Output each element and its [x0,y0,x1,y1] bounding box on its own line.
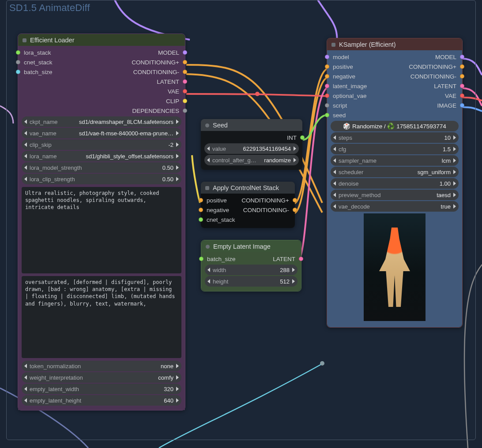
collapse-icon[interactable] [205,186,209,190]
port-out-cond-neg[interactable]: CONDITIONING- [133,69,181,75]
port-out-cond-neg[interactable]: CONDITIONING- [243,207,290,213]
preview-image [364,213,426,321]
port-out-deps[interactable]: DEPENDENCIES [132,108,181,114]
group-title[interactable]: SD1.5 AnimateDiff [7,0,475,17]
port-in-batch-size[interactable]: batch_size [23,69,53,75]
widget-preview-method[interactable]: preview_methodtaesd [331,190,459,200]
widget-sampler-name[interactable]: sampler_namelcm [331,155,459,166]
widget-vae-name[interactable]: vae_namesd1/vae-ft-mse-840000-ema-pruned… [22,128,181,138]
node-seed[interactable]: Seed INT value622913541169454 control_af… [201,119,302,170]
node-titlebar[interactable]: Efficient Loader [18,34,185,46]
port-in-negative[interactable]: negative [331,73,355,80]
node-titlebar[interactable]: Seed [201,119,302,131]
port-out-image[interactable]: IMAGE [437,102,458,109]
widget-height[interactable]: height512 [205,276,297,287]
port-out-int[interactable]: INT [287,134,298,141]
widget-lora-name[interactable]: lora_namesd1/ghibli_style_offset.safeten… [22,151,181,161]
widget-steps[interactable]: steps10 [331,132,459,143]
textbox-positive-prompt[interactable]: Ultra realistic, photography style, cook… [22,187,181,273]
node-title: Seed [213,122,228,129]
port-out-cond-pos[interactable]: CONDITIONING+ [409,63,458,70]
node-apply-controlnet-stack[interactable]: Apply ControlNet Stack positive CONDITIO… [201,182,295,228]
node-efficient-loader[interactable]: Efficient Loader lora_stack MODEL cnet_s… [18,34,185,411]
node-titlebar[interactable]: KSampler (Efficient) [327,38,462,50]
widget-empty-latent-width[interactable]: empty_latent_width320 [22,384,181,394]
widget-token-normalization[interactable]: token_normalizationnone [22,361,181,371]
port-in-negative[interactable]: negative [205,207,229,213]
port-out-latent[interactable]: LATENT [434,83,458,90]
node-title: Apply ControlNet Stack [213,184,279,191]
port-in-batch-size[interactable]: batch_size [206,256,236,262]
port-in-script[interactable]: script [331,102,347,109]
textbox-negative-prompt[interactable]: oversaturated, [deformed | disfigured], … [22,276,181,358]
widget-denoise[interactable]: denoise1.00 [331,178,459,189]
preview-figure [379,228,410,307]
widget-seed-randomize[interactable]: 🎲 Randomize / ♻️ 175851147593774 [331,121,459,131]
port-out-latent[interactable]: LATENT [157,78,181,85]
port-out-model[interactable]: MODEL [435,54,458,60]
widget-lora-clip-strength[interactable]: lora_clip_strength0.50 [22,174,181,184]
node-title: Empty Latent Image [213,243,271,250]
port-in-cnet-stack[interactable]: cnet_stack [23,59,53,66]
port-out-vae[interactable]: VAE [445,93,458,99]
node-ksampler-efficient[interactable]: KSampler (Efficient) modelMODEL positive… [327,38,463,328]
widget-lora-model-strength[interactable]: lora_model_strength0.50 [22,162,181,173]
widget-ckpt-name[interactable]: ckpt_namesd1/dreamshaper_8LCM.safetensor… [22,116,181,127]
widget-seed-value[interactable]: value622913541169454 [204,143,299,154]
node-title: Efficient Loader [30,37,75,44]
widget-control-after-generate[interactable]: control_after_generaterandomize [204,155,299,165]
widget-clip-skip[interactable]: clip_skip-2 [22,139,181,150]
collapse-icon[interactable] [331,43,335,47]
widget-scheduler[interactable]: schedulersgm_uniform [331,167,459,177]
widget-weight-interpretation[interactable]: weight_interpretationcomfy [22,372,181,383]
collapse-icon[interactable] [23,38,26,42]
widget-vae-decode[interactable]: vae_decodetrue [331,201,459,212]
port-in-model[interactable]: model [331,54,349,60]
port-out-cond-neg[interactable]: CONDITIONING- [410,73,458,80]
port-out-cond-pos[interactable]: CONDITIONING+ [241,197,290,204]
port-in-latent-image[interactable]: latent_image [331,83,367,90]
collapse-icon[interactable] [205,123,209,127]
port-in-seed[interactable]: seed [331,112,346,119]
node-title: KSampler (Efficient) [339,41,396,48]
port-in-positive[interactable]: positive [331,63,353,70]
port-out-latent[interactable]: LATENT [273,256,297,262]
widget-empty-latent-height[interactable]: empty_latent_height640 [22,395,181,406]
widget-width[interactable]: width288 [205,265,297,275]
node-empty-latent-image[interactable]: Empty Latent Image batch_size LATENT wid… [201,240,301,291]
node-titlebar[interactable]: Apply ControlNet Stack [201,182,295,194]
port-out-clip[interactable]: CLIP [166,98,181,105]
widget-cfg[interactable]: cfg1.5 [331,144,459,154]
port-out-cond-pos[interactable]: CONDITIONING+ [132,59,181,66]
port-out-model[interactable]: MODEL [158,49,181,56]
port-out-vae[interactable]: VAE [168,88,181,95]
collapse-icon[interactable] [206,245,210,249]
node-titlebar[interactable]: Empty Latent Image [201,240,301,252]
port-in-cnet-stack[interactable]: cnet_stack [205,217,235,223]
port-in-optional-vae[interactable]: optional_vae [331,93,367,99]
port-in-lora-stack[interactable]: lora_stack [23,49,51,56]
port-in-positive[interactable]: positive [205,197,227,204]
